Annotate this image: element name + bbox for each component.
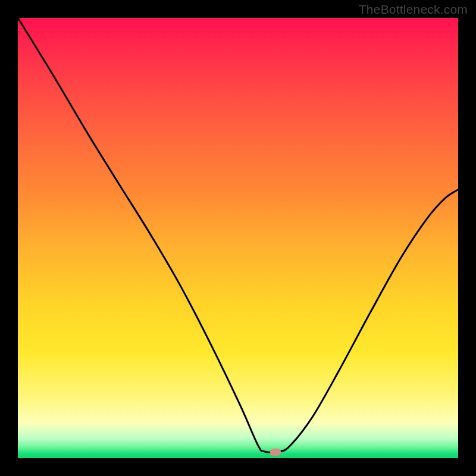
- chart-frame: TheBottleneck.com: [0, 0, 476, 476]
- curve-path: [18, 18, 458, 452]
- plot-area: [18, 18, 458, 458]
- minimum-marker: [270, 449, 281, 456]
- watermark-text: TheBottleneck.com: [359, 2, 468, 17]
- bottleneck-curve: [18, 18, 458, 458]
